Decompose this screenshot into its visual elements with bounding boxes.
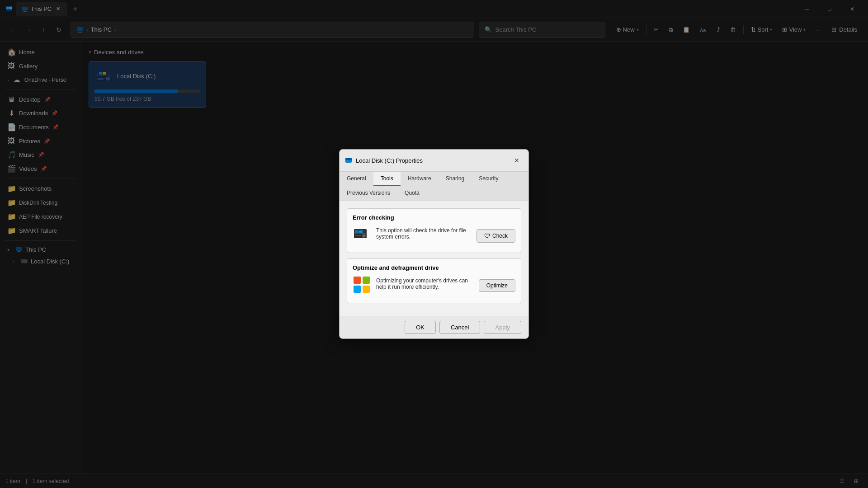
optimize-title: Optimize and defragment drive	[353, 264, 515, 271]
dialog-drive-icon	[345, 157, 352, 164]
svg-point-35	[363, 235, 365, 237]
svg-rect-31	[355, 230, 359, 233]
dialog-body: Error checking	[340, 201, 528, 316]
error-checking-description: This option will check the drive for fil…	[376, 225, 471, 240]
optimize-icon	[353, 276, 371, 297]
svg-point-27	[349, 160, 351, 162]
apply-button[interactable]: Apply	[484, 321, 521, 334]
optimize-text-col: Optimizing your computer's drives can he…	[376, 276, 473, 290]
dialog-title-left: Local Disk (C:) Properties	[345, 157, 423, 164]
svg-rect-37	[354, 277, 361, 284]
error-checking-title: Error checking	[353, 214, 515, 221]
tab-security[interactable]: Security	[472, 172, 505, 186]
svg-rect-38	[363, 277, 370, 284]
tab-quota[interactable]: Quota	[397, 186, 427, 201]
optimize-button[interactable]: Optimize	[479, 279, 515, 292]
error-checking-content: This option will check the drive for fil…	[353, 225, 515, 247]
error-checking-text-col: This option will check the drive for fil…	[376, 225, 471, 240]
svg-rect-26	[345, 158, 352, 160]
error-checking-button-col: 🛡 Check	[476, 225, 515, 243]
optimize-button-col: Optimize	[479, 276, 515, 292]
tab-hardware[interactable]: Hardware	[401, 172, 439, 186]
dialog-overlay: Local Disk (C:) Properties ✕ General Too…	[0, 0, 868, 488]
dialog-title-bar: Local Disk (C:) Properties ✕	[340, 150, 528, 172]
svg-rect-28	[346, 160, 349, 161]
cancel-button[interactable]: Cancel	[439, 321, 480, 334]
check-button[interactable]: 🛡 Check	[476, 229, 515, 243]
tab-general[interactable]: General	[340, 172, 373, 186]
dialog-tabs: General Tools Hardware Sharing Security …	[340, 172, 528, 201]
svg-rect-40	[363, 286, 370, 293]
svg-rect-32	[359, 230, 363, 233]
tab-sharing[interactable]: Sharing	[439, 172, 472, 186]
dialog-title: Local Disk (C:) Properties	[356, 157, 423, 164]
tab-previous-versions[interactable]: Previous Versions	[340, 186, 397, 201]
optimize-content: Optimizing your computer's drives can he…	[353, 276, 515, 297]
properties-dialog: Local Disk (C:) Properties ✕ General Too…	[339, 149, 529, 339]
error-checking-icon	[353, 225, 371, 247]
svg-rect-39	[354, 286, 361, 293]
dialog-close-button[interactable]: ✕	[510, 154, 523, 167]
optimize-description: Optimizing your computer's drives can he…	[376, 276, 473, 290]
dialog-footer: OK Cancel Apply	[340, 316, 528, 338]
check-shield-icon: 🛡	[484, 232, 491, 239]
svg-rect-36	[355, 235, 361, 236]
error-checking-section: Error checking	[347, 208, 521, 253]
tab-tools[interactable]: Tools	[373, 172, 401, 186]
ok-button[interactable]: OK	[405, 321, 436, 334]
optimize-section: Optimize and defragment drive Optimizing…	[347, 258, 521, 303]
